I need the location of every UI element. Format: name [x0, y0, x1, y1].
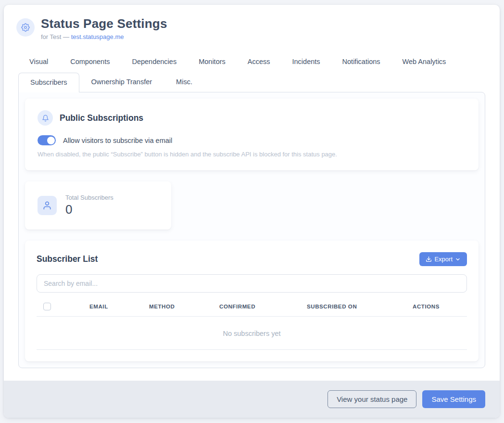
toggle-knob: [47, 137, 55, 144]
tab-components[interactable]: Components: [59, 53, 121, 72]
header-text: Status Page Settings for Test — test.sta…: [41, 16, 167, 40]
toggle-label: Allow visitors to subscribe via email: [63, 137, 172, 144]
view-status-page-button[interactable]: View your status page: [328, 390, 416, 408]
public-subscriptions-title: Public Subscriptions: [60, 113, 143, 123]
export-button[interactable]: Export: [419, 252, 467, 266]
chevron-down-icon: [455, 256, 461, 262]
column-header-email: EMAIL: [89, 304, 149, 309]
subscriber-list-card: Subscriber List Export EMAIL: [25, 241, 479, 361]
column-header-method: METHOD: [149, 304, 219, 309]
status-page-link[interactable]: test.statuspage.me: [71, 33, 124, 40]
column-header-confirmed: CONFIRMED: [219, 304, 307, 309]
tab-ownership-transfer[interactable]: Ownership Transfer: [79, 72, 164, 92]
stat-label: Total Subscribers: [65, 194, 113, 201]
column-header-actions: ACTIONS: [413, 304, 467, 309]
empty-state-message: No subscribers yet: [37, 317, 467, 350]
export-button-label: Export: [434, 256, 453, 263]
download-icon: [426, 256, 432, 262]
settings-tabs: Visual Components Dependencies Monitors …: [4, 53, 500, 92]
stat-text: Total Subscribers 0: [65, 194, 113, 217]
total-subscribers-card: Total Subscribers 0: [25, 181, 171, 230]
tab-notifications[interactable]: Notifications: [331, 53, 391, 72]
tab-incidents[interactable]: Incidents: [281, 53, 331, 72]
page-header: Status Page Settings for Test — test.sta…: [4, 5, 500, 40]
gear-icon: [16, 18, 35, 37]
bell-icon: [38, 110, 53, 126]
column-header-subscribed-on: SUBSCRIBED ON: [307, 304, 413, 309]
tab-subscribers[interactable]: Subscribers: [18, 73, 79, 92]
tab-web-analytics[interactable]: Web Analytics: [391, 53, 457, 72]
public-subscriptions-heading-row: Public Subscriptions: [38, 110, 466, 126]
settings-footer: View your status page Save Settings: [4, 381, 500, 418]
page-title: Status Page Settings: [41, 16, 167, 31]
tab-dependencies[interactable]: Dependencies: [121, 53, 188, 72]
subscriber-table-header: EMAIL METHOD CONFIRMED SUBSCRIBED ON ACT…: [37, 303, 467, 317]
status-page-settings-card: Status Page Settings for Test — test.sta…: [4, 5, 500, 418]
subscribe-toggle-row: Allow visitors to subscribe via email: [38, 135, 466, 145]
tabs-row-2: Subscribers Ownership Transfer Misc.: [18, 72, 485, 92]
tab-visual[interactable]: Visual: [18, 53, 59, 72]
search-input[interactable]: [37, 274, 467, 293]
select-all-checkbox[interactable]: [43, 303, 51, 310]
allow-subscribe-toggle[interactable]: [38, 135, 56, 145]
subscriber-list-header: Subscriber List Export: [37, 252, 467, 266]
subtitle-prefix: for Test —: [41, 33, 71, 40]
tab-misc[interactable]: Misc.: [164, 72, 204, 92]
tab-monitors[interactable]: Monitors: [188, 53, 237, 72]
page-subtitle: for Test — test.statuspage.me: [41, 33, 167, 40]
toggle-helper-text: When disabled, the public “Subscribe” bu…: [38, 151, 466, 158]
stat-value: 0: [65, 202, 113, 217]
tabs-row-1: Visual Components Dependencies Monitors …: [18, 53, 485, 72]
select-all-cell: [37, 303, 89, 310]
subscribers-tab-panel: Public Subscriptions Allow visitors to s…: [18, 92, 485, 368]
user-icon: [38, 196, 57, 215]
public-subscriptions-card: Public Subscriptions Allow visitors to s…: [25, 99, 479, 170]
subscriber-list-title: Subscriber List: [37, 254, 98, 264]
save-settings-button[interactable]: Save Settings: [422, 390, 485, 408]
tab-access[interactable]: Access: [237, 53, 281, 72]
